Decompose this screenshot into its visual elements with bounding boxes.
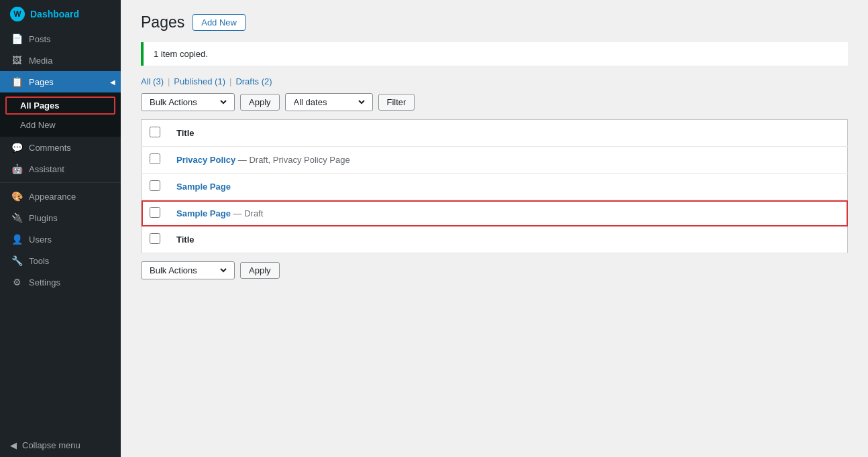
- add-new-page-label: Add New: [20, 120, 56, 130]
- comments-icon: 💬: [10, 142, 23, 153]
- row-checkbox-sample-page-draft[interactable]: [150, 207, 160, 218]
- filter-button[interactable]: Filter: [378, 94, 415, 111]
- sep1: |: [168, 76, 170, 86]
- posts-label: Posts: [29, 34, 51, 44]
- select-all-checkbox-top[interactable]: [150, 127, 160, 137]
- table-row: Privacy Policy — Draft, Privacy Policy P…: [142, 147, 848, 174]
- sidebar-item-all-pages[interactable]: All Pages: [5, 96, 115, 115]
- collapse-icon: ◀: [10, 440, 17, 450]
- assistant-label: Assistant: [29, 164, 64, 174]
- table-row: Sample Page — Draft: [142, 200, 848, 227]
- pages-label: Pages: [29, 77, 54, 87]
- appearance-icon: 🎨: [10, 191, 23, 202]
- appearance-label: Appearance: [29, 192, 76, 202]
- users-label: Users: [29, 235, 52, 245]
- apply-button-top[interactable]: Apply: [240, 94, 280, 111]
- sidebar-divider: [0, 182, 121, 183]
- collapse-label: Collapse menu: [22, 440, 80, 450]
- sample-page-draft-link[interactable]: Sample Page: [176, 208, 231, 218]
- sample-page-cell: Sample Page: [168, 174, 848, 200]
- bottom-filter-bar: Bulk Actions Edit Move to Trash Apply: [141, 261, 848, 279]
- select-all-checkbox-bottom[interactable]: [150, 233, 160, 244]
- settings-icon: ⚙: [10, 277, 23, 287]
- users-icon: 👤: [10, 234, 23, 245]
- privacy-policy-cell: Privacy Policy — Draft, Privacy Policy P…: [168, 147, 848, 174]
- filter-published[interactable]: Published (1): [174, 76, 225, 86]
- bulk-actions-select-bottom[interactable]: Bulk Actions Edit Move to Trash: [147, 265, 229, 276]
- title-column-footer: Title: [168, 226, 848, 253]
- apply-button-bottom[interactable]: Apply: [240, 262, 280, 279]
- add-new-button[interactable]: Add New: [193, 14, 246, 31]
- sidebar-item-add-new-page[interactable]: Add New: [0, 116, 121, 134]
- bulk-actions-select[interactable]: Bulk Actions Edit Move to Trash: [147, 96, 229, 108]
- pages-icon: 📋: [10, 76, 23, 87]
- dates-select-wrapper[interactable]: All dates November 2023 October 2023: [285, 93, 373, 111]
- notice-bar: 1 item copied.: [141, 42, 848, 66]
- page-title: Pages: [141, 13, 184, 31]
- pages-table: Title Privacy Policy — Draft, Privacy Po…: [141, 119, 848, 253]
- sidebar-item-tools[interactable]: 🔧 Tools: [0, 250, 121, 271]
- pages-submenu: All Pages Add New: [0, 92, 121, 137]
- sidebar-item-media[interactable]: 🖼 Media: [0, 50, 121, 71]
- table-row: Sample Page: [142, 174, 848, 200]
- collapse-menu-button[interactable]: ◀ Collapse menu: [0, 434, 121, 457]
- bulk-actions-select-wrapper[interactable]: Bulk Actions Edit Move to Trash: [141, 93, 235, 111]
- dashboard-label: Dashboard: [30, 9, 79, 19]
- media-icon: 🖼: [10, 55, 23, 66]
- media-label: Media: [29, 56, 52, 66]
- comments-label: Comments: [29, 143, 71, 153]
- assistant-icon: 🤖: [10, 164, 23, 174]
- tools-label: Tools: [29, 256, 49, 266]
- sample-page-draft-desc: — Draft: [233, 208, 264, 218]
- sidebar-item-appearance[interactable]: 🎨 Appearance: [0, 186, 121, 207]
- sidebar-item-pages[interactable]: 📋 Pages: [0, 71, 121, 92]
- sample-page-draft-cell: Sample Page — Draft: [168, 200, 848, 227]
- settings-label: Settings: [29, 277, 60, 287]
- filter-all[interactable]: All (3): [141, 76, 164, 86]
- sidebar-item-posts[interactable]: 📄 Posts: [0, 28, 121, 50]
- filter-drafts[interactable]: Drafts (2): [235, 76, 272, 86]
- sidebar-item-plugins[interactable]: 🔌 Plugins: [0, 207, 121, 228]
- plugins-icon: 🔌: [10, 212, 23, 223]
- sample-page-link[interactable]: Sample Page: [176, 182, 231, 192]
- sidebar-item-users[interactable]: 👤 Users: [0, 228, 121, 250]
- sidebar-item-assistant[interactable]: 🤖 Assistant: [0, 158, 121, 180]
- row-checkbox-privacy-policy[interactable]: [150, 153, 160, 164]
- privacy-policy-desc: — Draft, Privacy Policy Page: [238, 155, 350, 165]
- posts-icon: 📄: [10, 34, 23, 44]
- sep2: |: [229, 76, 231, 86]
- sidebar-dashboard[interactable]: W Dashboard: [0, 0, 121, 28]
- wp-logo-icon: W: [10, 7, 25, 21]
- page-header: Pages Add New: [141, 13, 848, 31]
- plugins-label: Plugins: [29, 213, 58, 223]
- filter-links: All (3) | Published (1) | Drafts (2): [141, 76, 848, 86]
- row-checkbox-sample-page[interactable]: [150, 180, 160, 191]
- all-pages-label: All Pages: [20, 101, 60, 111]
- notice-text: 1 item copied.: [154, 49, 208, 59]
- sidebar-item-comments[interactable]: 💬 Comments: [0, 137, 121, 158]
- sidebar: W Dashboard 📄 Posts 🖼 Media 📋 Pages All …: [0, 0, 121, 457]
- bulk-actions-select-bottom-wrapper[interactable]: Bulk Actions Edit Move to Trash: [141, 261, 235, 279]
- title-column-header: Title: [168, 120, 848, 147]
- privacy-policy-link[interactable]: Privacy Policy: [176, 155, 235, 165]
- top-filter-bar: Bulk Actions Edit Move to Trash Apply Al…: [141, 93, 848, 111]
- main-content: Pages Add New 1 item copied. All (3) | P…: [121, 0, 868, 457]
- sidebar-item-settings[interactable]: ⚙ Settings: [0, 271, 121, 293]
- dates-select[interactable]: All dates November 2023 October 2023: [291, 96, 367, 108]
- tools-icon: 🔧: [10, 255, 23, 266]
